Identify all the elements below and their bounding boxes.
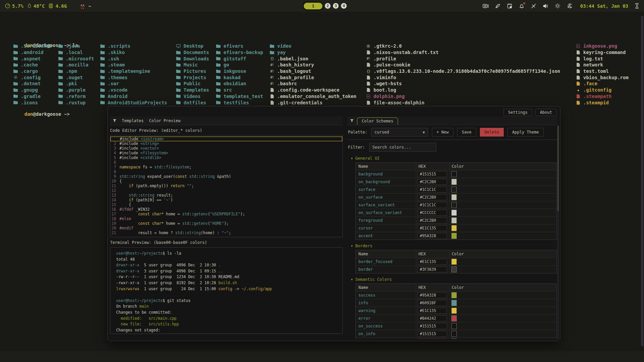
color-swatch[interactable] [451, 339, 457, 339]
hex-input[interactable]: #151515 [417, 171, 447, 177]
hex-input[interactable]: #95A328 [417, 292, 447, 298]
color-swatch[interactable] [451, 266, 457, 272]
sdcard-lock-icon[interactable] [507, 3, 512, 9]
save-button[interactable]: Save [457, 128, 476, 137]
color-row[interactable]: foreground#C2C2B0 [356, 216, 556, 224]
hex-input[interactable]: #1C1C1C [417, 187, 447, 193]
color-row[interactable]: on_surface#C2C2B0 [356, 193, 556, 201]
hex-input[interactable]: #E1C135 [417, 308, 447, 314]
line-number: 20 [110, 226, 119, 230]
nightlight-off-icon[interactable] [567, 3, 573, 9]
color-swatch[interactable] [451, 292, 457, 298]
file-name: .dotnet [21, 81, 41, 86]
notification-bell-icon[interactable] [519, 3, 525, 9]
code-token: :: [127, 174, 131, 179]
color-swatch[interactable] [451, 217, 457, 223]
about-button[interactable]: About [535, 109, 557, 116]
color-name: on_background [356, 178, 416, 186]
mic-muted-icon[interactable] [531, 3, 536, 9]
hex-input[interactable]: #B44242 [417, 315, 447, 321]
delete-button[interactable]: Delete [480, 128, 504, 137]
hex-input[interactable]: #C2C2B0 [417, 194, 447, 200]
settings-button[interactable]: Settings [503, 109, 532, 116]
feather-icon[interactable] [495, 3, 500, 9]
apply-theme-button[interactable]: Apply Theme [507, 128, 543, 137]
hex-input[interactable]: #CCCCCC [417, 210, 447, 216]
color-swatch[interactable] [451, 202, 457, 208]
color-row[interactable]: background#151515 [356, 170, 556, 178]
temp-module: 48°C [27, 3, 45, 9]
hex-input[interactable]: #C2C2B0 [417, 179, 447, 185]
tab-color-schemes[interactable]: Color Schemes [357, 117, 398, 125]
color-swatch[interactable] [451, 315, 457, 321]
palette-dropdown[interactable]: cursed ▼ [371, 128, 428, 137]
color-row[interactable]: surface_variant#1C1C1C [356, 201, 556, 209]
color-row[interactable]: cursor#E1C135 [356, 224, 556, 232]
color-swatch[interactable] [451, 194, 457, 200]
color-swatch[interactable] [451, 187, 457, 193]
clock[interactable]: 03:44 Sat, Jan 03 [580, 3, 628, 9]
new-palette-button[interactable]: + New [432, 128, 453, 137]
hex-input[interactable]: #151515 [417, 339, 447, 339]
terminal-scrollbar[interactable] [641, 16, 643, 346]
color-swatch[interactable] [451, 308, 457, 314]
hourglass-logo-icon[interactable] [635, 3, 639, 9]
color-row[interactable]: on_warning#151515 [356, 338, 556, 339]
workspace-button[interactable]: 4 [341, 3, 347, 9]
color-row[interactable]: accent#95A328 [356, 232, 556, 240]
hex-input[interactable]: #E1C135 [417, 225, 447, 231]
hex-input[interactable]: #C2C2B0 [417, 217, 447, 223]
color-swatch[interactable] [451, 179, 457, 185]
image-icon [366, 94, 371, 98]
color-row[interactable]: error#B44242 [356, 314, 556, 322]
hex-input[interactable]: #3F3639 [417, 266, 447, 272]
color-row[interactable]: border#3F3639 [356, 265, 556, 273]
tab-color-preview[interactable]: Color Preview [149, 118, 181, 123]
hex-input[interactable]: #151515 [417, 323, 447, 329]
workspace-button[interactable]: 2 [325, 3, 331, 9]
terminal-token: ~/.config/app [242, 287, 272, 291]
hex-input[interactable]: #E1C135 [417, 259, 447, 265]
color-row[interactable]: on_success#151515 [356, 322, 556, 330]
color-row[interactable]: border_focused#E1C135 [356, 258, 556, 265]
hex-cell: #E1C135 [416, 258, 450, 265]
workspace-button[interactable]: 3 [333, 3, 339, 9]
file-entry: .config.code-workspace [269, 87, 356, 93]
filter-row: Filter: [348, 143, 557, 152]
brightness-icon[interactable] [555, 3, 560, 9]
file-entry: .icons [13, 99, 52, 106]
hex-input[interactable]: #151515 [417, 331, 447, 337]
color-swatch[interactable] [451, 233, 457, 239]
tab-templates[interactable]: Templates [122, 118, 144, 123]
color-swatch[interactable] [451, 171, 457, 177]
color-swatch[interactable] [451, 300, 457, 306]
folder-icon [13, 88, 18, 92]
workspace-button-active[interactable]: 1 [304, 3, 323, 9]
code-token: const [138, 212, 150, 216]
color-row[interactable]: on_info#151515 [356, 330, 556, 338]
folder-icon [58, 75, 63, 79]
color-swatch[interactable] [451, 225, 457, 231]
color-row[interactable]: warning#E1C135 [356, 307, 556, 314]
screen-record-icon[interactable] [483, 3, 489, 9]
color-swatch[interactable] [451, 210, 457, 216]
color-row[interactable]: on_surface_variant#CCCCCC [356, 209, 556, 216]
section-header[interactable]: ▼Semantic Colors [347, 276, 557, 283]
hex-input[interactable]: #95A328 [417, 233, 447, 239]
color-swatch[interactable] [451, 331, 457, 337]
color-swatch[interactable] [451, 323, 457, 329]
color-row[interactable]: surface#1C1C1C [356, 186, 556, 193]
hex-input[interactable]: #60928F [417, 300, 447, 306]
section-header[interactable]: ▼Borders [347, 242, 557, 250]
panel-scrollbar[interactable] [557, 126, 559, 339]
color-swatch[interactable] [451, 259, 457, 265]
ls-column: .gtkrc-2.0.nixos-unstab.draft.txt#!.prof… [366, 43, 560, 106]
hex-input[interactable]: #1C1C1C [417, 202, 447, 208]
search-colors-input[interactable] [369, 143, 436, 152]
section-header[interactable]: ▼General UI [347, 155, 557, 162]
color-row[interactable]: info#60928F [356, 299, 556, 307]
color-row[interactable]: success#95A328 [356, 291, 556, 299]
volume-icon[interactable] [543, 3, 548, 9]
color-row[interactable]: on_background#C2C2B0 [356, 178, 556, 186]
file-icon [576, 50, 581, 54]
